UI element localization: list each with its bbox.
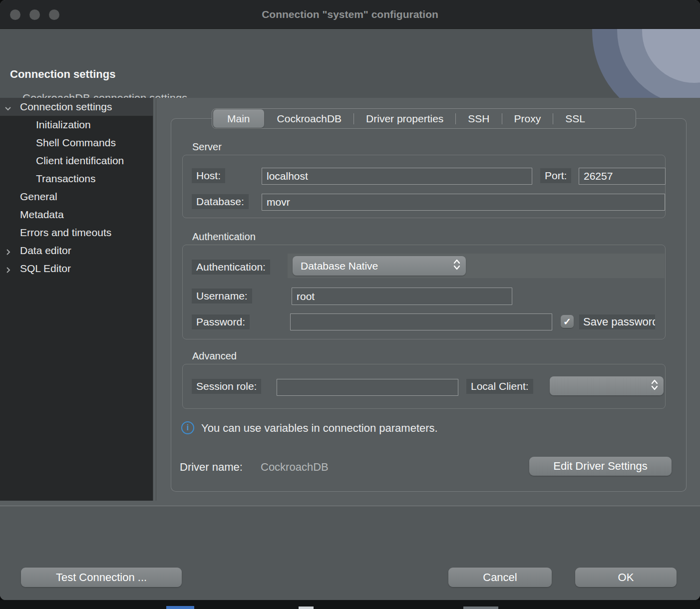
session-role-label: Session role: [192, 379, 261, 394]
connection-dialog-window: Connection "system" configuration Connec… [0, 0, 700, 600]
sidebar-item-label: Errors and timeouts [20, 227, 111, 239]
host-input[interactable] [262, 168, 532, 185]
window-title: Connection "system" configuration [0, 0, 700, 29]
tab-main[interactable]: Main [213, 109, 264, 128]
page-title: Connection settings [10, 68, 115, 81]
server-group-legend: Server [192, 141, 222, 153]
page-subtitle: CockroachDB connection settings [22, 92, 187, 98]
authentication-group-legend: Authentication [192, 231, 256, 243]
ok-button[interactable]: OK [575, 568, 677, 587]
sidebar-item-transactions[interactable]: Transactions [0, 170, 153, 188]
tab-ssl[interactable]: SSL [553, 108, 597, 129]
port-label: Port: [540, 168, 571, 183]
save-password-checkbox[interactable]: ✓ [561, 315, 574, 328]
server-group: Host: Port: Database: [182, 155, 666, 218]
test-connection-button[interactable]: Test Connection ... [21, 568, 182, 587]
session-role-input[interactable] [277, 379, 458, 396]
host-label: Host: [192, 168, 225, 183]
info-icon: i [181, 421, 194, 434]
chevron-down-icon[interactable] [4, 103, 12, 111]
port-input[interactable] [579, 168, 666, 185]
save-password-label: Save password [579, 314, 655, 329]
tab-proxy[interactable]: Proxy [502, 108, 553, 129]
sidebar-item-label: Initialization [36, 119, 91, 131]
updown-chevrons-icon [453, 258, 461, 274]
info-icon-glyph: i [187, 423, 189, 432]
database-input[interactable] [262, 194, 665, 211]
authentication-label: Authentication: [192, 260, 270, 275]
sidebar-item-metadata[interactable]: Metadata [0, 206, 153, 224]
main-content: Main CockroachDB Driver properties SSH P… [153, 98, 700, 506]
tab-driver-properties[interactable]: Driver properties [354, 108, 455, 129]
username-label: Username: [192, 289, 252, 304]
database-label: Database: [192, 194, 249, 209]
sidebar-item-general[interactable]: General [0, 188, 153, 206]
authentication-select[interactable]: Database Native [293, 256, 466, 276]
checkmark-icon: ✓ [563, 316, 571, 327]
sidebar-item-sql-editor[interactable]: SQL Editor [0, 260, 153, 278]
sidebar-item-connection-settings[interactable]: Connection settings [0, 98, 153, 116]
local-client-select[interactable] [550, 376, 664, 395]
desktop-peek-fragment [463, 607, 498, 609]
chevron-right-icon[interactable] [4, 265, 12, 273]
sidebar-item-label: SQL Editor [20, 263, 71, 275]
tab-ssh[interactable]: SSH [456, 108, 501, 129]
dialog-header: Connection settings CockroachDB connecti… [0, 29, 700, 98]
sidebar-item-label: Data editor [20, 245, 71, 257]
sidebar-item-label: Metadata [20, 209, 64, 221]
authentication-select-value: Database Native [301, 260, 378, 272]
driver-name-label: Driver name: [180, 461, 243, 474]
advanced-group: Session role: Local Client: [182, 364, 666, 409]
sidebar-content-divider [156, 98, 156, 501]
edit-driver-settings-button[interactable]: Edit Driver Settings [529, 457, 672, 476]
local-client-label: Local Client: [466, 379, 533, 394]
authentication-group: Authentication: Database Native Username… [182, 245, 666, 339]
sidebar-item-label: Client identification [36, 155, 124, 167]
updown-chevrons-icon [651, 378, 659, 394]
desktop-peek-fragment [299, 607, 314, 609]
titlebar: Connection "system" configuration [0, 0, 700, 29]
sidebar-item-shell-commands[interactable]: Shell Commands [0, 134, 153, 152]
desktop-peek-strip [0, 600, 700, 609]
sidebar-item-label: Transactions [36, 173, 95, 185]
driver-name-value: CockroachDB [261, 461, 329, 474]
dialog-footer: Test Connection ... Cancel OK [0, 506, 700, 600]
sidebar-item-label: Shell Commands [36, 137, 116, 149]
chevron-right-icon[interactable] [4, 247, 12, 255]
info-message: You can use variables in connection para… [201, 422, 438, 435]
save-password-label-clip: Save password [579, 314, 655, 329]
username-input[interactable] [292, 288, 512, 305]
sidebar-item-label: Connection settings [20, 101, 112, 113]
sidebar-item-errors-and-timeouts[interactable]: Errors and timeouts [0, 224, 153, 242]
tab-bar: Main CockroachDB Driver properties SSH P… [212, 108, 636, 129]
sidebar-item-client-identification[interactable]: Client identification [0, 152, 153, 170]
sidebar-item-data-editor[interactable]: Data editor [0, 242, 153, 260]
desktop-peek-fragment [166, 606, 194, 609]
sidebar-item-initialization[interactable]: Initialization [0, 116, 153, 134]
password-label: Password: [192, 314, 250, 329]
tab-cockroachdb[interactable]: CockroachDB [265, 108, 354, 129]
password-input[interactable] [290, 313, 552, 330]
advanced-group-legend: Advanced [192, 350, 237, 362]
sidebar-item-label: General [20, 191, 57, 203]
settings-tree: Connection settings Initialization Shell… [0, 98, 153, 501]
cancel-button[interactable]: Cancel [448, 568, 552, 587]
